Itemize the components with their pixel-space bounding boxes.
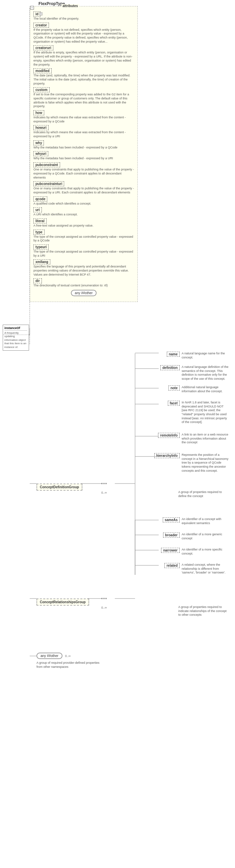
attr-qcode: qcode A qualified code which identifies … — [33, 196, 134, 206]
right-broader-label: broader — [163, 533, 180, 538]
attr-how: how Indicates by which means the value w… — [33, 110, 134, 123]
attr-custom-desc: If set to true the corresponding propert… — [33, 93, 134, 109]
attr-xmllang-name: xmllang — [33, 259, 50, 264]
concept-def-group-label: ConceptDefinitionGroup — [40, 485, 79, 489]
attr-xmllang: xmllang Specifies the language of this p… — [33, 259, 134, 277]
attr-uri-name: uri — [33, 207, 42, 212]
attr-pubconstrainturi-desc: One or many constraints that apply to pu… — [33, 187, 134, 194]
right-remoteinfo-desc: A link to an item or a web resource whic… — [182, 433, 229, 445]
svg-point-9 — [103, 483, 105, 484]
concept-def-group-box: ConceptDefinitionGroup — [36, 484, 82, 491]
attr-pubconstrainturi-name: pubconstrainturi — [33, 181, 64, 186]
attr-pubconstraint-name: pubconstraint — [33, 162, 60, 167]
attr-qcode-desc: A qualified code which identifies a conc… — [33, 202, 134, 206]
instance-of-desc: A frequently updating information object… — [4, 331, 27, 349]
attributes-container: attributes id The local identifier of th… — [30, 6, 138, 302]
attr-modified-desc: The date (and, optionally, the time) whe… — [33, 74, 134, 86]
attr-whyuri: whyuri Why the metadata has been include… — [33, 151, 134, 161]
attr-creator: creator If the property value is not def… — [33, 23, 134, 44]
attr-id-name: id — [33, 11, 41, 17]
attr-modified-name: modified — [33, 68, 52, 73]
attr-modified: modified The date (and, optionally, the … — [33, 68, 134, 86]
right-remoteinfo-group: remoteInfo A link to an item or a web re… — [158, 433, 229, 445]
right-definition-group: definition A natural language definition… — [160, 365, 229, 381]
attr-how-name: how — [33, 110, 44, 115]
right-related-label: related — [164, 563, 180, 568]
attr-typeuri-desc: The type of the concept assigned as cont… — [33, 250, 134, 258]
right-name-group: name A natural language name for the con… — [167, 352, 229, 359]
attributes-label: attributes — [61, 4, 79, 8]
attr-type-desc: The type of the concept assigned as cont… — [33, 235, 134, 243]
attr-qcode-name: qcode — [33, 196, 47, 202]
attr-custom: custom If set to true the corresponding … — [33, 87, 134, 109]
right-facet-label: facet — [168, 401, 180, 406]
right-remoteinfo-label: remoteInfo — [158, 433, 180, 438]
right-narrower-desc: An identifier of a more specific concept… — [182, 548, 229, 556]
attr-why-name: why — [33, 140, 44, 145]
attr-creatoruri: creatoruri If the attribute is empty, sp… — [33, 45, 134, 67]
right-name-label: name — [167, 352, 180, 357]
right-definition-desc: A natural language definition of the sem… — [182, 365, 229, 381]
attr-why: why Why the metadata has been included -… — [33, 140, 134, 150]
attr-uri: uri A URI which identifies a concept. — [33, 207, 134, 217]
attr-howuri: howuri Indicates by which means the valu… — [33, 125, 134, 138]
right-facet-desc: In NAR 1.8 and later, facet is deprecate… — [182, 401, 229, 424]
right-facet-group: facet In NAR 1.8 and later, facet is dep… — [168, 401, 229, 424]
instance-of-box: instanceOf A frequently updating informa… — [3, 325, 29, 351]
attr-custom-name: custom — [33, 87, 50, 92]
right-related-desc: A related concept, where the relationshi… — [182, 563, 229, 575]
attr-how-desc: Indicates by which means the value was e… — [33, 116, 134, 123]
attr-typeuri: typeuri The type of the concept assigned… — [33, 244, 134, 258]
diagram-container: FlexPropType attributes id The local ide… — [0, 0, 235, 868]
right-related-group: related A related concept, where the rel… — [164, 563, 229, 575]
attr-creator-desc: If the property value is not defined, sp… — [33, 28, 134, 44]
attr-pubconstraint: pubconstraint One or many constraints th… — [33, 162, 134, 180]
concept-rel-group-label: ConceptRelationshipsGroup — [40, 600, 86, 604]
attr-literal-desc: A free-text value assigned as property v… — [33, 224, 134, 228]
right-narrower-label: narrower — [161, 548, 180, 553]
right-note-desc: Additional natural language information … — [182, 385, 229, 393]
right-sameas-label: sameAs — [163, 517, 180, 522]
any-other-bottom-mult: 0..∞ — [65, 654, 71, 658]
attr-id: id The local identifier of the property. — [33, 11, 134, 21]
attr-xmllang-desc: Specifies the language of this property … — [33, 265, 134, 277]
right-narrower-group: narrower An identifier of a more specifi… — [161, 548, 229, 556]
attr-why-desc: Why the metadata has been included - exp… — [33, 146, 134, 150]
any-other-bottom-group: any ##other 0..∞ — [36, 653, 71, 659]
svg-point-10 — [105, 483, 107, 484]
any-other-bottom-desc: A group of required provider-defined pro… — [36, 661, 104, 669]
right-note-group: note Additional natural language informa… — [168, 385, 229, 393]
attr-dir-desc: The directionality of textual content (e… — [33, 284, 134, 288]
right-broader-desc: An identifier of a more generic concept — [182, 533, 229, 540]
right-sameas-desc: An identifier of a concept with equivale… — [182, 517, 229, 525]
attr-howuri-name: howuri — [33, 125, 49, 130]
attr-id-desc: The local identifier of the property. — [33, 17, 134, 21]
svg-point-8 — [101, 483, 103, 484]
attr-type: type The type of the concept assigned as… — [33, 230, 134, 243]
instance-of-title: instanceOf — [4, 326, 27, 331]
concept-rel-group-desc: A group of properties required to indica… — [178, 605, 229, 617]
concept-rel-group-mult: 0..∞ — [101, 606, 107, 609]
attr-pubconstraint-desc: One or many constraints that apply to pu… — [33, 168, 134, 180]
attr-literal-name: literal — [33, 218, 47, 224]
any-other-bottom-label: any ##other — [36, 653, 62, 659]
right-hierarchyinfo-desc: Represents the position of a concept in … — [182, 453, 229, 473]
any-other-top: any ##other — [33, 290, 134, 296]
attr-uri-desc: A URI which identifies a concept. — [33, 213, 134, 217]
attr-howuri-desc: Indicates by which means the value was e… — [33, 131, 134, 138]
attr-dir: dir The directionality of textual conten… — [33, 278, 134, 288]
right-hierarchyinfo-label: hierarchyInfo — [154, 453, 180, 458]
attr-dir-name: dir — [33, 278, 42, 283]
attr-typeuri-name: typeuri — [33, 244, 49, 250]
right-definition-label: definition — [160, 365, 180, 370]
attr-type-name: type — [33, 230, 45, 235]
right-name-desc: A natural language name for the concept. — [182, 352, 229, 359]
right-hierarchyinfo-group: hierarchyInfo Represents the position of… — [154, 453, 229, 473]
concept-def-group-mult: 0..∞ — [101, 491, 107, 494]
any-other-top-label: any ##other — [71, 290, 97, 296]
attr-literal: literal A free-text value assigned as pr… — [33, 218, 134, 228]
attr-whyuri-name: whyuri — [33, 151, 48, 156]
attr-creatoruri-desc: If the attribute is empty, specifies whi… — [33, 51, 134, 67]
svg-point-22 — [103, 598, 105, 599]
svg-point-23 — [105, 598, 107, 599]
